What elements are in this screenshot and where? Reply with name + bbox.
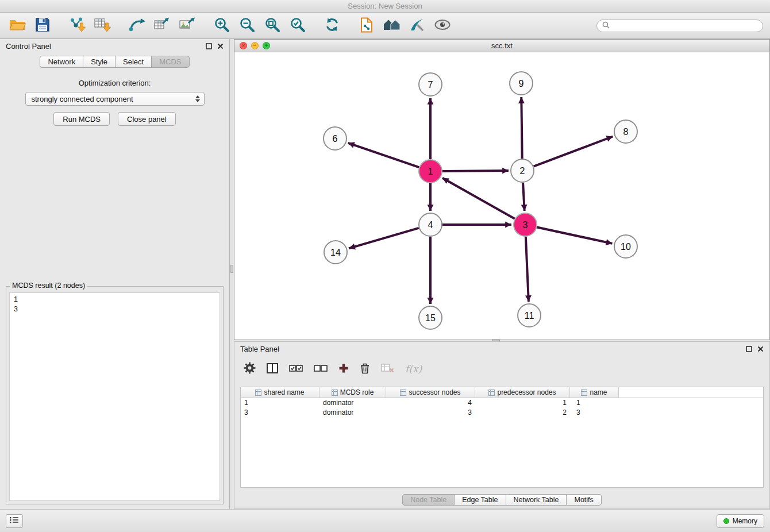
graph-node-3[interactable]: 3 <box>514 213 537 236</box>
table-cell-predecessor-nodes[interactable]: 1 <box>475 398 570 408</box>
memory-button[interactable]: Memory <box>717 514 764 528</box>
table-cell-shared-name[interactable]: 1 <box>241 398 319 408</box>
save-session-button[interactable] <box>32 15 53 37</box>
run-mcds-button[interactable]: Run MCDS <box>53 112 110 126</box>
table-cell-successor-nodes[interactable]: 4 <box>386 398 475 408</box>
column-header-name[interactable]: name <box>570 387 619 398</box>
column-header-mcds-role[interactable]: MCDS role <box>319 387 386 398</box>
import-network-icon <box>68 17 86 34</box>
table-cell-shared-name[interactable]: 3 <box>241 408 319 418</box>
panel-divider-handle[interactable] <box>230 265 233 273</box>
table-tab-motifs[interactable]: Motifs <box>566 494 601 506</box>
show-columns-button[interactable] <box>267 363 278 375</box>
tab-select[interactable]: Select <box>115 56 152 68</box>
network-graph[interactable]: 7968124314101511 <box>234 52 769 340</box>
close-table-panel-button[interactable] <box>757 346 764 352</box>
open-session-button[interactable] <box>7 15 28 37</box>
graph-node-10[interactable]: 10 <box>614 235 637 258</box>
import-network-button[interactable] <box>67 15 87 37</box>
graph-node-8[interactable]: 8 <box>614 120 637 143</box>
graph-edge-1-6[interactable] <box>348 143 419 167</box>
mcds-result-item[interactable]: 3 <box>14 304 215 314</box>
criterion-dropdown[interactable]: strongly connected component <box>25 92 205 106</box>
graph-node-15[interactable]: 15 <box>419 306 442 329</box>
graph-edge-3-10[interactable] <box>537 228 613 244</box>
window-controls: × − + <box>240 42 270 49</box>
zoom-out-button[interactable] <box>237 15 257 37</box>
zoom-in-button[interactable] <box>211 15 232 37</box>
tab-network[interactable]: Network <box>40 56 83 68</box>
graph-edge-1-2[interactable] <box>442 171 509 171</box>
close-window-button[interactable]: × <box>240 42 247 49</box>
graph-node-7[interactable]: 7 <box>419 73 442 96</box>
network-window-titlebar[interactable]: × − + scc.txt <box>234 40 769 52</box>
graph-node-6[interactable]: 6 <box>324 127 346 150</box>
export-image-button[interactable] <box>177 15 198 37</box>
table-row[interactable]: 3dominator323 <box>241 408 763 418</box>
maximize-window-button[interactable]: + <box>263 42 270 49</box>
deselect-all-button[interactable] <box>314 364 328 374</box>
graph-node-11[interactable]: 11 <box>518 304 541 327</box>
table-tab-network-table[interactable]: Network Table <box>506 494 567 506</box>
table-cell-predecessor-nodes[interactable]: 2 <box>475 408 570 418</box>
function-builder-button[interactable]: f(x) <box>405 363 422 375</box>
graph-edge-2-9[interactable] <box>521 97 522 159</box>
select-all-button[interactable] <box>289 364 303 374</box>
zoom-fit-button[interactable] <box>262 15 283 37</box>
table-cell-successor-nodes[interactable]: 3 <box>386 408 475 418</box>
memory-status-icon <box>723 518 729 524</box>
layout-group <box>322 15 342 37</box>
column-header-predecessor-nodes[interactable]: predecessor nodes <box>475 387 570 398</box>
search-input[interactable] <box>613 22 757 30</box>
export-table-button[interactable] <box>152 15 172 37</box>
graph-node-9[interactable]: 9 <box>510 72 533 95</box>
show-graphics-details-button[interactable] <box>432 15 453 37</box>
graph-edge-2-8[interactable] <box>534 137 613 167</box>
column-header-successor-nodes[interactable]: successor nodes <box>386 387 475 398</box>
apply-layout-button[interactable] <box>322 15 342 37</box>
task-history-button[interactable] <box>6 514 23 528</box>
graph-edge-4-14[interactable] <box>349 228 419 248</box>
delete-table-button[interactable] <box>381 363 394 375</box>
svg-text:11: 11 <box>525 311 534 321</box>
import-table-button[interactable] <box>92 15 113 37</box>
float-control-panel-button[interactable] <box>206 43 212 49</box>
table-tab-node-table[interactable]: Node Table <box>402 494 455 506</box>
delete-button[interactable] <box>360 363 370 376</box>
close-panel-action-button[interactable]: Close panel <box>118 112 176 126</box>
mcds-result-item[interactable]: 1 <box>14 295 215 304</box>
table-row[interactable]: 1dominator411 <box>241 398 763 408</box>
minimize-window-button[interactable]: − <box>251 42 259 49</box>
main-toolbar <box>0 13 770 39</box>
graph-node-4[interactable]: 4 <box>419 213 442 236</box>
graph-node-1[interactable]: 1 <box>419 160 442 183</box>
table-panel-title: Table Panel <box>240 345 279 353</box>
graph-edge-2-3[interactable] <box>523 183 525 211</box>
home-icon <box>383 18 401 33</box>
table-options-button[interactable] <box>244 362 256 376</box>
mcds-result-list[interactable]: 13 <box>9 292 220 501</box>
search-box[interactable] <box>596 20 763 32</box>
share-network-button[interactable] <box>126 15 147 37</box>
table-cell-mcds-role[interactable]: dominator <box>319 398 386 408</box>
graph-edge-3-11[interactable] <box>526 237 529 302</box>
tab-style[interactable]: Style <box>83 56 116 68</box>
table-cell-name[interactable]: 1 <box>570 398 619 408</box>
close-control-panel-button[interactable] <box>217 43 224 49</box>
table-tab-edge-table[interactable]: Edge Table <box>454 494 506 506</box>
apply-style-button[interactable] <box>407 15 428 37</box>
graph-edge-3-1[interactable] <box>442 178 515 219</box>
table-cell-name[interactable]: 3 <box>570 408 619 418</box>
add-button[interactable] <box>338 363 349 375</box>
float-table-panel-button[interactable] <box>746 346 752 352</box>
table-cell-mcds-role[interactable]: dominator <box>319 408 386 418</box>
duplicate-network-button[interactable] <box>356 15 377 37</box>
graph-node-14[interactable]: 14 <box>324 241 347 264</box>
home-view-button[interactable] <box>382 15 402 37</box>
graph-node-2[interactable]: 2 <box>511 159 534 182</box>
zoom-selected-button[interactable] <box>287 15 308 37</box>
mcds-result-box: MCDS result (2 nodes) 13 <box>6 286 224 504</box>
column-header-shared-name[interactable]: shared name <box>241 387 319 398</box>
tab-mcds[interactable]: MCDS <box>151 56 189 68</box>
network-canvas[interactable]: 7968124314101511 <box>234 52 769 340</box>
